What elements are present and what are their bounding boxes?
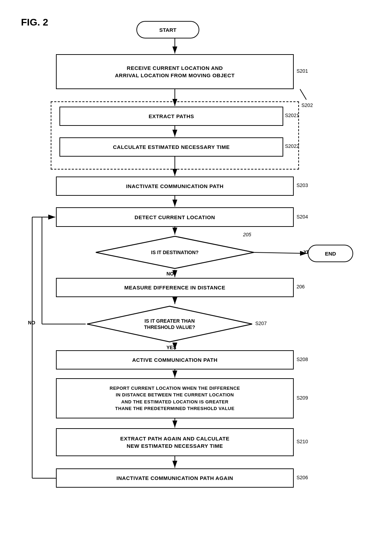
s207-no-label: NO [28, 320, 35, 325]
end-node: END [308, 245, 353, 262]
diagram-container: FIG. 2 START RECEIVE CURRENT LOCATION AN… [0, 0, 392, 560]
s205-label: 205 [243, 232, 251, 237]
s207-yes-label: YES [166, 345, 176, 350]
s209-label: S209 [297, 395, 308, 401]
s203-box: INACTIVATE COMMUNICATION PATH [56, 177, 294, 196]
s207-label: S207 [255, 321, 267, 326]
s205-diamond: IS IT DESTINATION? [94, 235, 255, 270]
s210-box: EXTRACT PATH AGAIN AND CALCULATE NEW EST… [56, 428, 294, 456]
svg-line-9 [254, 252, 307, 253]
s208-label: S208 [297, 357, 308, 362]
s207-diamond: IS IT GREATER THAN THRESHOLD VALUE? [86, 305, 254, 343]
start-node: START [136, 21, 199, 38]
s206-box: MEASURE DIFFERENCE IN DISTANCE [56, 278, 294, 297]
s209-box: REPORT CURRENT LOCATION WHEN THE DIFFERE… [56, 378, 294, 418]
s204-label: S204 [297, 214, 308, 220]
s2022-box: CALCULATE ESTIMATED NECESSARY TIME [59, 137, 283, 157]
s208-box: ACTIVE COMMUNICATION PATH [56, 350, 294, 369]
s204-box: DETECT CURRENT LOCATION [56, 207, 294, 227]
svg-line-22 [300, 89, 306, 100]
fig-label: FIG. 2 [21, 17, 48, 28]
s206b-label: S206 [297, 475, 308, 480]
s206b-box: INACTIVATE COMMUNICATION PATH AGAIN [56, 468, 294, 488]
s201-label: S201 [297, 68, 308, 74]
s210-label: S210 [297, 439, 308, 444]
s203-label: S203 [297, 182, 308, 188]
s2021-label: S2021 [285, 113, 299, 118]
s2021-box: EXTRACT PATHS [59, 107, 283, 126]
s206-label: 206 [297, 284, 305, 289]
s202-step-label: S202 [301, 102, 313, 108]
s201-box: RECEIVE CURRENT LOCATION AND ARRIVAL LOC… [56, 54, 294, 89]
s2022-label: S2022 [285, 143, 299, 149]
s205-no-label: NO [166, 271, 174, 277]
